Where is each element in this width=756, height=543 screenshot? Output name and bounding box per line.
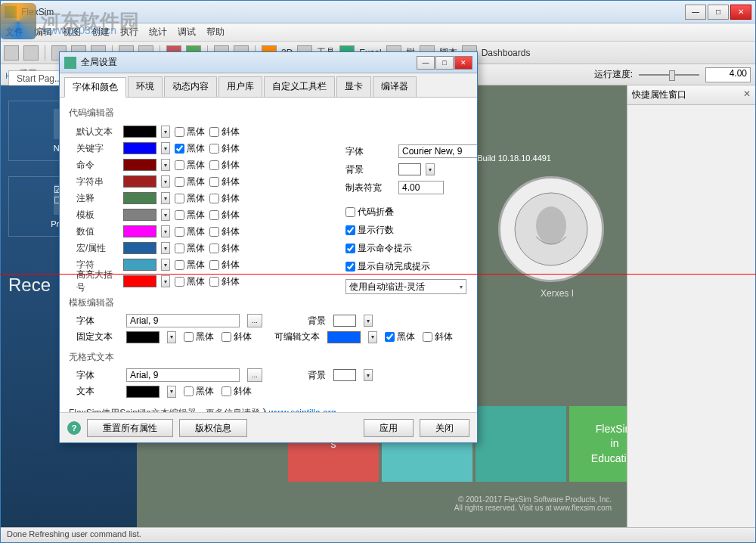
dropdown-icon[interactable]: ▾ (161, 242, 170, 254)
dropdown-icon[interactable]: ▾ (167, 386, 176, 398)
menu-file[interactable]: 文件 (5, 26, 23, 39)
bold-checkbox[interactable]: 黑体 (184, 385, 214, 398)
italic-checkbox[interactable]: 斜体 (209, 275, 240, 288)
bold-checkbox[interactable]: 黑体 (184, 330, 214, 343)
dropdown-icon[interactable]: ▾ (364, 369, 373, 381)
dropdown-icon[interactable]: ▾ (167, 331, 176, 343)
bold-checkbox[interactable]: 黑体 (175, 242, 205, 255)
color-swatch[interactable] (123, 209, 156, 221)
tab-environment[interactable]: 环境 (128, 76, 163, 97)
color-swatch[interactable] (123, 225, 156, 237)
tab-custom-toolbar[interactable]: 自定义工具栏 (264, 76, 335, 97)
font-value[interactable]: Courier New, 9 (398, 144, 477, 158)
bold-checkbox[interactable]: 黑体 (175, 192, 205, 205)
template-font-value[interactable]: Arial, 9 (126, 314, 240, 327)
bg-color-swatch[interactable] (333, 315, 356, 327)
properties-close-icon[interactable]: ✕ (743, 88, 751, 101)
tab-fonts-colors[interactable]: 字体和颜色 (64, 77, 126, 98)
maximize-button[interactable]: □ (708, 5, 729, 20)
bold-checkbox[interactable]: 黑体 (175, 126, 205, 138)
dropdown-icon[interactable]: ▾ (161, 192, 170, 204)
tile[interactable] (476, 406, 566, 482)
bold-checkbox[interactable]: 黑体 (385, 330, 415, 343)
italic-checkbox[interactable]: 斜体 (209, 142, 240, 155)
bold-checkbox[interactable]: 黑体 (175, 259, 205, 272)
italic-checkbox[interactable]: 斜体 (209, 259, 240, 272)
italic-checkbox[interactable]: 斜体 (209, 175, 240, 188)
italic-checkbox[interactable]: 斜体 (209, 192, 240, 205)
tile-education[interactable]: FlexSim in Education (569, 406, 627, 482)
dropdown-icon[interactable]: ▾ (161, 275, 170, 287)
color-swatch[interactable] (123, 159, 156, 171)
italic-checkbox[interactable]: 斜体 (209, 159, 240, 172)
dropdown-icon[interactable]: ▾ (161, 225, 170, 237)
color-swatch[interactable] (123, 175, 156, 188)
dropdown-icon[interactable]: ▾ (364, 315, 373, 327)
italic-checkbox[interactable]: 斜体 (222, 385, 252, 398)
dialog-close-button[interactable]: ✕ (454, 56, 472, 70)
apply-button[interactable]: 应用 (364, 419, 414, 437)
bold-checkbox[interactable]: 黑体 (175, 142, 205, 155)
font-browse-button[interactable]: ... (247, 314, 262, 327)
option-checkbox[interactable]: 代码折叠 (345, 206, 394, 219)
italic-checkbox[interactable]: 斜体 (423, 330, 453, 343)
dialog-maximize-button[interactable]: □ (435, 56, 454, 70)
tab-userlib[interactable]: 用户库 (218, 76, 262, 97)
color-swatch[interactable] (123, 126, 156, 138)
color-swatch[interactable] (123, 192, 156, 204)
color-swatch[interactable] (123, 275, 156, 287)
color-swatch[interactable] (123, 259, 156, 271)
tab-dynamic[interactable]: 动态内容 (164, 76, 217, 97)
dropdown-icon[interactable]: ▾ (161, 142, 170, 154)
italic-checkbox[interactable]: 斜体 (209, 242, 240, 255)
bold-checkbox[interactable]: 黑体 (175, 159, 205, 172)
tab-graphics[interactable]: 显卡 (336, 76, 371, 97)
bold-checkbox[interactable]: 黑体 (175, 175, 205, 188)
tabwidth-input[interactable] (398, 181, 444, 194)
fixed-color-swatch[interactable] (126, 331, 160, 343)
toolbar-icon[interactable] (23, 45, 39, 61)
bg-color-swatch[interactable] (333, 369, 356, 381)
version-info-button[interactable]: 版权信息 (179, 419, 247, 437)
bg-color-swatch[interactable] (398, 163, 421, 175)
italic-checkbox[interactable]: 斜体 (222, 330, 252, 343)
minimize-button[interactable]: — (685, 5, 706, 20)
menu-stats[interactable]: 统计 (149, 26, 167, 39)
menu-help[interactable]: 帮助 (206, 26, 225, 39)
dropdown-icon[interactable]: ▾ (161, 209, 170, 221)
text-color-swatch[interactable] (126, 386, 160, 398)
auto-indent-combo[interactable]: 使用自动缩进-灵活▾ (345, 279, 466, 294)
close-button[interactable]: 关闭 (420, 419, 469, 437)
editable-color-swatch[interactable] (327, 331, 361, 343)
option-checkbox[interactable]: 显示命令提示 (345, 242, 412, 255)
dropdown-icon[interactable]: ▾ (161, 259, 170, 271)
option-checkbox[interactable]: 显示自动完成提示 (345, 260, 430, 273)
menu-debug[interactable]: 调试 (178, 26, 196, 39)
bold-checkbox[interactable]: 黑体 (175, 225, 205, 238)
italic-checkbox[interactable]: 斜体 (209, 225, 240, 238)
italic-checkbox[interactable]: 斜体 (209, 126, 240, 138)
dialog-minimize-button[interactable]: — (417, 56, 435, 70)
dropdown-icon[interactable]: ▾ (426, 163, 435, 175)
dropdown-icon[interactable]: ▾ (161, 159, 170, 171)
menu-execute[interactable]: 执行 (120, 26, 138, 39)
toolbar-dashboards-label[interactable]: Dashboards (482, 48, 531, 58)
color-swatch[interactable] (123, 242, 156, 254)
option-checkbox[interactable]: 显示行数 (345, 224, 394, 237)
dropdown-icon[interactable]: ▾ (161, 175, 170, 188)
tab-compiler[interactable]: 编译器 (373, 76, 417, 97)
font-browse-button[interactable]: ... (247, 368, 262, 382)
help-icon[interactable]: ? (67, 421, 81, 435)
italic-checkbox[interactable]: 斜体 (209, 209, 240, 222)
speed-value[interactable]: 4.00 (705, 67, 751, 82)
bold-checkbox[interactable]: 黑体 (175, 275, 205, 288)
dropdown-icon[interactable]: ▾ (368, 331, 377, 343)
plain-font-value[interactable]: Arial, 9 (126, 368, 240, 382)
reset-all-button[interactable]: 重置所有属性 (87, 419, 173, 437)
dropdown-icon[interactable]: ▾ (161, 126, 170, 138)
toolbar-icon[interactable] (4, 45, 19, 61)
close-button[interactable]: ✕ (730, 5, 751, 20)
color-swatch[interactable] (123, 142, 156, 154)
speed-slider[interactable] (639, 69, 699, 81)
bold-checkbox[interactable]: 黑体 (175, 209, 205, 222)
